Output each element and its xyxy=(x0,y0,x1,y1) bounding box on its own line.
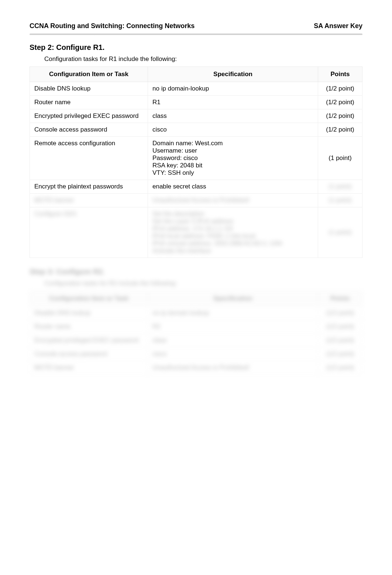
cell-item: Router name xyxy=(30,320,148,334)
cell-item: Encrypted privileged EXEC password xyxy=(30,334,148,347)
col-spec: Specification xyxy=(148,291,318,306)
cell-points: (1 point) xyxy=(318,137,362,180)
header-left: CCNA Routing and Switching: Connecting N… xyxy=(30,22,195,30)
table-row: Remote access configuration Domain name:… xyxy=(30,137,362,180)
table-row: Encrypted privileged EXEC password class… xyxy=(30,334,362,347)
cell-item: Router name xyxy=(30,96,148,109)
step2-table: Configuration Item or Task Specification… xyxy=(30,67,362,258)
table-row: Console access password cisco (1/2 point… xyxy=(30,347,362,361)
step2-intro: Configuration tasks for R1 include the f… xyxy=(44,55,362,63)
header-right: SA Answer Key xyxy=(314,22,362,30)
col-item: Configuration Item or Task xyxy=(30,291,148,306)
cell-item: Disable DNS lookup xyxy=(30,306,148,320)
cell-spec: no ip domain-lookup xyxy=(148,82,318,96)
cell-points: (1 point) xyxy=(318,207,362,258)
cell-spec: Unauthorized Access is Prohibited! xyxy=(148,194,318,207)
table-row: Console access password cisco (1/2 point… xyxy=(30,123,362,137)
cell-item: Encrypt the plaintext passwords xyxy=(30,180,148,194)
cell-points: (1/2 point) xyxy=(318,96,362,109)
table-row: Configure G0/1 Set the description Set t… xyxy=(30,207,362,258)
cell-points: (1/2 point) xyxy=(318,82,362,96)
cell-points: (1/2 point) xyxy=(318,361,362,375)
table-row: MOTD banner Unauthorized Access is Prohi… xyxy=(30,194,362,207)
cell-item: Configure G0/1 xyxy=(30,207,148,258)
table-row: Encrypt the plaintext passwords enable s… xyxy=(30,180,362,194)
col-points: Points xyxy=(318,291,362,306)
header-rule xyxy=(30,34,362,35)
cell-points: (1 point) xyxy=(318,194,362,207)
table-row: Encrypted privileged EXEC password class… xyxy=(30,109,362,123)
table-header-row: Configuration Item or Task Specification… xyxy=(30,291,362,306)
cell-item: Disable DNS lookup xyxy=(30,82,148,96)
cell-spec: Unauthorized Access is Prohibited! xyxy=(148,361,318,375)
table-header-row: Configuration Item or Task Specification… xyxy=(30,67,362,82)
step2-title: Step 2: Configure R1. xyxy=(30,43,362,52)
cell-spec: cisco xyxy=(148,347,318,361)
cell-points: (1/2 point) xyxy=(318,109,362,123)
cell-item: Console access password xyxy=(30,347,148,361)
cell-points: (1/2 point) xyxy=(318,320,362,334)
cell-item: MOTD banner xyxy=(30,361,148,375)
col-item: Configuration Item or Task xyxy=(30,67,148,82)
cell-spec: class xyxy=(148,109,318,123)
cell-points: (1 point) xyxy=(318,180,362,194)
col-points: Points xyxy=(318,67,362,82)
step3-section: Step 3: Configure R2. Configuration task… xyxy=(30,268,362,375)
table-row: Router name R1 (1/2 point) xyxy=(30,96,362,109)
cell-item: Encrypted privileged EXEC password xyxy=(30,109,148,123)
cell-spec: cisco xyxy=(148,123,318,137)
cell-points: (1/2 point) xyxy=(318,123,362,137)
table-row: Disable DNS lookup no ip domain-lookup (… xyxy=(30,82,362,96)
step3-intro: Configuration tasks for R2 include the f… xyxy=(44,280,362,287)
cell-spec: R1 xyxy=(148,96,318,109)
cell-points: (1/2 point) xyxy=(318,306,362,320)
cell-spec: class xyxy=(148,334,318,347)
table-row: Router name R2 (1/2 point) xyxy=(30,320,362,334)
table-row: MOTD banner Unauthorized Access is Prohi… xyxy=(30,361,362,375)
step3-table: Configuration Item or Task Specification… xyxy=(30,291,362,375)
cell-points: (1/2 point) xyxy=(318,347,362,361)
cell-spec: enable secret class xyxy=(148,180,318,194)
col-spec: Specification xyxy=(148,67,318,82)
cell-spec: Set the description Set the Layer 3 IPv4… xyxy=(148,207,318,258)
cell-item: MOTD banner xyxy=(30,194,148,207)
document-page: CCNA Routing and Switching: Connecting N… xyxy=(0,0,392,575)
step3-title: Step 3: Configure R2. xyxy=(30,268,362,276)
cell-points: (1/2 point) xyxy=(318,334,362,347)
cell-item: Remote access configuration xyxy=(30,137,148,180)
cell-item: Console access password xyxy=(30,123,148,137)
cell-spec: no ip domain-lookup xyxy=(148,306,318,320)
cell-spec: Domain name: West.com Username: user Pas… xyxy=(148,137,318,180)
table-row: Disable DNS lookup no ip domain-lookup (… xyxy=(30,306,362,320)
cell-spec: R2 xyxy=(148,320,318,334)
page-header: CCNA Routing and Switching: Connecting N… xyxy=(30,22,362,30)
